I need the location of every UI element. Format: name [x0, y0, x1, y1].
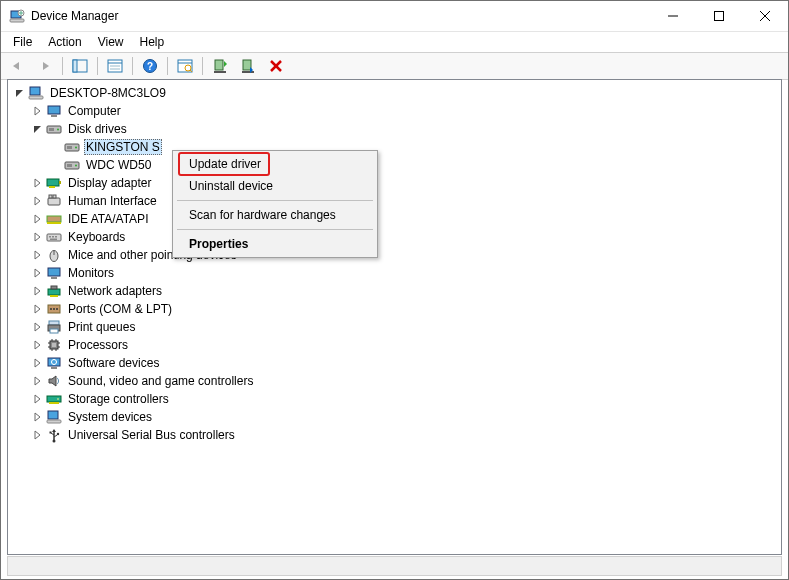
- tree-node[interactable]: Disk drives: [12, 120, 781, 138]
- menu-view[interactable]: View: [90, 33, 132, 51]
- tree-node[interactable]: Computer: [12, 102, 781, 120]
- svg-rect-53: [48, 268, 60, 276]
- tree-node-label[interactable]: Software devices: [66, 355, 161, 371]
- tree-node-label[interactable]: Network adapters: [66, 283, 164, 299]
- tree-node-label[interactable]: IDE ATA/ATAPI: [66, 211, 150, 227]
- tree-node[interactable]: Ports (COM & LPT): [12, 300, 781, 318]
- svg-point-59: [50, 308, 52, 310]
- tree-node-label[interactable]: Monitors: [66, 265, 116, 281]
- svg-point-85: [57, 433, 59, 435]
- computer-root-icon: [28, 85, 44, 101]
- tree-node-label[interactable]: Universal Serial Bus controllers: [66, 427, 237, 443]
- tree-node-label[interactable]: WDC WD50: [84, 157, 153, 173]
- tree-node[interactable]: Storage controllers: [12, 390, 781, 408]
- expander-icon[interactable]: [30, 211, 46, 227]
- tree-node-label[interactable]: Processors: [66, 337, 130, 353]
- device-manager-window: Device Manager File Action View Help ? D…: [0, 0, 789, 580]
- uninstall-device-button[interactable]: [263, 54, 289, 78]
- expander-icon[interactable]: [30, 247, 46, 263]
- expander-icon[interactable]: [30, 103, 46, 119]
- menu-help[interactable]: Help: [132, 33, 173, 51]
- tree-node[interactable]: Human Interface: [12, 192, 781, 210]
- device-tree-panel[interactable]: DESKTOP-8MC3LO9ComputerDisk drivesKINGST…: [7, 79, 782, 555]
- app-icon: [9, 8, 25, 24]
- expander-icon[interactable]: [30, 283, 46, 299]
- svg-rect-43: [53, 195, 56, 198]
- tree-node-label[interactable]: Computer: [66, 103, 123, 119]
- tree-node[interactable]: Display adapter: [12, 174, 781, 192]
- update-driver-button[interactable]: [207, 54, 233, 78]
- tree-node-label[interactable]: Storage controllers: [66, 391, 171, 407]
- tree-node[interactable]: Mice and other pointing devices: [12, 246, 781, 264]
- expander-icon[interactable]: [30, 301, 46, 317]
- tree-node[interactable]: Monitors: [12, 264, 781, 282]
- expander-icon: [48, 157, 64, 173]
- tree-node[interactable]: Network adapters: [12, 282, 781, 300]
- tree-node[interactable]: Software devices: [12, 354, 781, 372]
- context-uninstall-device[interactable]: Uninstall device: [175, 175, 375, 197]
- svg-rect-22: [242, 71, 254, 73]
- software-icon: [46, 355, 62, 371]
- svg-rect-82: [47, 420, 61, 423]
- show-hidden-button[interactable]: [67, 54, 93, 78]
- context-scan-hardware[interactable]: Scan for hardware changes: [175, 204, 375, 226]
- expander-icon[interactable]: [30, 265, 46, 281]
- tree-node-label[interactable]: System devices: [66, 409, 154, 425]
- expander-icon[interactable]: [30, 409, 46, 425]
- expander-icon[interactable]: [12, 85, 28, 101]
- expander-icon[interactable]: [30, 175, 46, 191]
- tree-node[interactable]: DESKTOP-8MC3LO9: [12, 84, 781, 102]
- tree-node-label[interactable]: Sound, video and game controllers: [66, 373, 255, 389]
- tree-node-label[interactable]: Human Interface: [66, 193, 159, 209]
- svg-rect-20: [214, 71, 226, 73]
- disable-device-button[interactable]: [235, 54, 261, 78]
- expander-icon[interactable]: [30, 319, 46, 335]
- maximize-button[interactable]: [696, 1, 742, 31]
- tree-node-label[interactable]: KINGSTON S: [84, 139, 162, 155]
- expander-icon[interactable]: [30, 391, 46, 407]
- tree-node[interactable]: Universal Serial Bus controllers: [12, 426, 781, 444]
- menubar: File Action View Help: [1, 32, 788, 52]
- menu-file[interactable]: File: [5, 33, 40, 51]
- svg-rect-81: [48, 411, 58, 419]
- tree-node[interactable]: WDC WD50: [12, 156, 781, 174]
- context-update-driver[interactable]: Update driver: [175, 153, 375, 175]
- tree-node-label[interactable]: Display adapter: [66, 175, 153, 191]
- tree-node[interactable]: Keyboards: [12, 228, 781, 246]
- expander-icon[interactable]: [30, 121, 46, 137]
- svg-rect-56: [50, 295, 58, 297]
- expander-icon[interactable]: [30, 193, 46, 209]
- svg-rect-84: [50, 432, 52, 434]
- tree-node[interactable]: Print queues: [12, 318, 781, 336]
- properties-button[interactable]: [102, 54, 128, 78]
- tree-node-label[interactable]: Disk drives: [66, 121, 129, 137]
- menu-action[interactable]: Action: [40, 33, 89, 51]
- expander-icon[interactable]: [30, 337, 46, 353]
- tree-node[interactable]: Sound, video and game controllers: [12, 372, 781, 390]
- tree-node-label[interactable]: Ports (COM & LPT): [66, 301, 174, 317]
- close-button[interactable]: [742, 1, 788, 31]
- minimize-button[interactable]: [650, 1, 696, 31]
- tree-node-label[interactable]: Print queues: [66, 319, 137, 335]
- device-tree[interactable]: DESKTOP-8MC3LO9ComputerDisk drivesKINGST…: [8, 80, 781, 444]
- tree-node[interactable]: IDE ATA/ATAPI: [12, 210, 781, 228]
- forward-button[interactable]: [32, 54, 58, 78]
- expander-icon[interactable]: [30, 229, 46, 245]
- context-properties[interactable]: Properties: [175, 233, 375, 255]
- svg-rect-21: [243, 60, 251, 70]
- svg-rect-48: [52, 236, 54, 238]
- tree-node-label[interactable]: Keyboards: [66, 229, 127, 245]
- expander-icon[interactable]: [30, 427, 46, 443]
- monitor-icon: [46, 103, 62, 119]
- titlebar: Device Manager: [1, 1, 788, 32]
- tree-node[interactable]: System devices: [12, 408, 781, 426]
- scan-hardware-button[interactable]: [172, 54, 198, 78]
- tree-node[interactable]: KINGSTON S: [12, 138, 781, 156]
- help-button[interactable]: ?: [137, 54, 163, 78]
- expander-icon[interactable]: [30, 355, 46, 371]
- tree-node-label[interactable]: DESKTOP-8MC3LO9: [48, 85, 168, 101]
- expander-icon[interactable]: [30, 373, 46, 389]
- svg-rect-39: [59, 181, 61, 184]
- back-button[interactable]: [4, 54, 30, 78]
- tree-node[interactable]: Processors: [12, 336, 781, 354]
